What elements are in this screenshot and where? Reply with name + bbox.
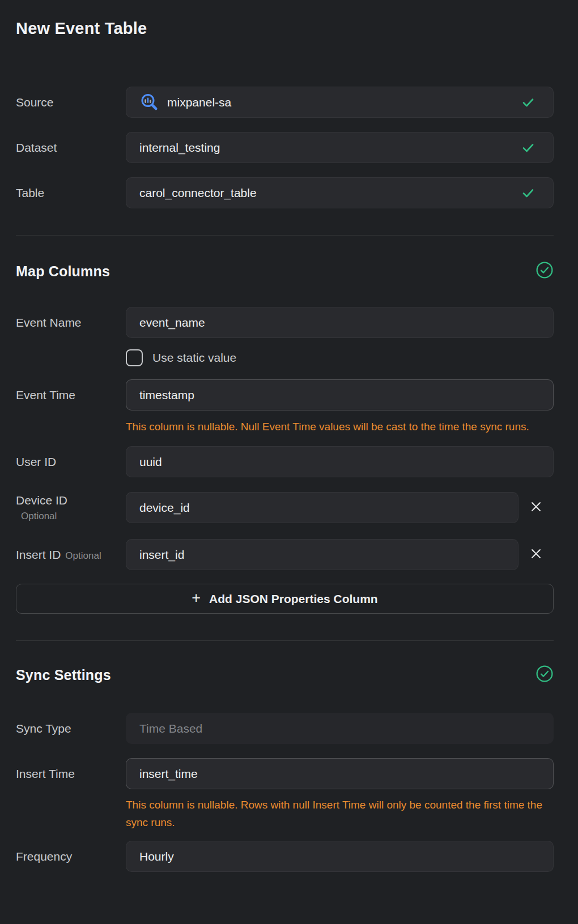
- source-value: mixpanel-sa: [167, 96, 231, 109]
- sync-type-select: Time Based: [126, 713, 554, 744]
- user-id-label: User ID: [16, 455, 126, 469]
- frequency-value: Hourly: [139, 850, 174, 863]
- sync-type-value: Time Based: [139, 722, 202, 735]
- event-time-label: Event Time: [16, 388, 126, 402]
- valid-check-icon: [521, 140, 536, 155]
- close-icon: [530, 500, 542, 515]
- new-event-table-form: New Event Table Source mixpanel-sa Datas…: [16, 19, 554, 872]
- section-complete-icon: [536, 665, 554, 685]
- close-icon: [530, 547, 542, 562]
- add-json-properties-label: Add JSON Properties Column: [209, 592, 378, 606]
- user-id-row: User ID uuid: [16, 446, 554, 477]
- insert-id-input[interactable]: insert_id: [126, 539, 518, 570]
- frequency-label: Frequency: [16, 850, 126, 863]
- use-static-value-label: Use static value: [152, 351, 236, 365]
- device-id-label: Device ID Optional: [16, 494, 126, 522]
- sync-type-label: Sync Type: [16, 722, 126, 735]
- sync-type-row: Sync Type Time Based: [16, 713, 554, 744]
- mixpanel-source-icon: [139, 93, 159, 112]
- event-name-input[interactable]: event_name: [126, 307, 554, 338]
- plus-icon: +: [192, 591, 201, 606]
- device-id-remove-button[interactable]: [518, 492, 554, 523]
- event-time-input[interactable]: timestamp: [126, 379, 554, 410]
- event-time-warning: This column is nullable. Null Event Time…: [126, 418, 545, 435]
- insert-id-value: insert_id: [139, 548, 184, 562]
- source-label: Source: [16, 96, 126, 109]
- dataset-select[interactable]: internal_testing: [126, 132, 554, 163]
- insert-time-input[interactable]: insert_time: [126, 758, 554, 789]
- event-name-row: Event Name event_name: [16, 307, 554, 338]
- dataset-row: Dataset internal_testing: [16, 132, 554, 163]
- event-name-label: Event Name: [16, 316, 126, 330]
- use-static-value-row: Use static value: [126, 349, 554, 366]
- event-time-value: timestamp: [139, 388, 194, 402]
- section-divider: [16, 640, 554, 641]
- sync-settings-header: Sync Settings: [16, 666, 554, 683]
- source-row: Source mixpanel-sa: [16, 87, 554, 118]
- device-id-row: Device ID Optional device_id: [16, 492, 554, 523]
- user-id-input[interactable]: uuid: [126, 446, 554, 477]
- page-title: New Event Table: [16, 19, 554, 37]
- insert-id-remove-button[interactable]: [518, 539, 554, 570]
- user-id-value: uuid: [139, 455, 162, 469]
- insert-time-row: Insert Time insert_time: [16, 758, 554, 789]
- device-id-input[interactable]: device_id: [126, 492, 518, 523]
- sync-settings-title: Sync Settings: [16, 667, 111, 683]
- map-columns-header: Map Columns: [16, 263, 554, 280]
- table-select[interactable]: carol_connector_table: [126, 177, 554, 208]
- map-columns-title: Map Columns: [16, 263, 110, 280]
- insert-time-value: insert_time: [139, 767, 198, 781]
- insert-id-row: Insert IDOptional insert_id: [16, 539, 554, 570]
- table-value: carol_connector_table: [139, 186, 257, 200]
- valid-check-icon: [521, 186, 536, 200]
- table-label: Table: [16, 186, 126, 200]
- source-select[interactable]: mixpanel-sa: [126, 87, 554, 118]
- event-time-row: Event Time timestamp: [16, 379, 554, 410]
- valid-check-icon: [521, 95, 536, 110]
- frequency-row: Frequency Hourly: [16, 841, 554, 872]
- section-divider: [16, 235, 554, 236]
- table-row: Table carol_connector_table: [16, 177, 554, 208]
- source-fields-group: Source mixpanel-sa Dataset internal_test…: [16, 87, 554, 208]
- use-static-value-checkbox[interactable]: [126, 349, 143, 366]
- dataset-value: internal_testing: [139, 141, 220, 155]
- insert-id-optional-tag: Optional: [65, 550, 101, 561]
- insert-time-warning: This column is nullable. Rows with null …: [126, 796, 545, 831]
- device-id-value: device_id: [139, 501, 190, 515]
- insert-time-label: Insert Time: [16, 767, 126, 781]
- frequency-select[interactable]: Hourly: [126, 841, 554, 872]
- device-id-optional-tag: Optional: [21, 511, 126, 522]
- dataset-label: Dataset: [16, 141, 126, 155]
- insert-id-label: Insert IDOptional: [16, 548, 126, 562]
- add-json-properties-button[interactable]: + Add JSON Properties Column: [16, 584, 554, 614]
- event-name-value: event_name: [139, 316, 205, 330]
- section-complete-icon: [536, 261, 554, 281]
